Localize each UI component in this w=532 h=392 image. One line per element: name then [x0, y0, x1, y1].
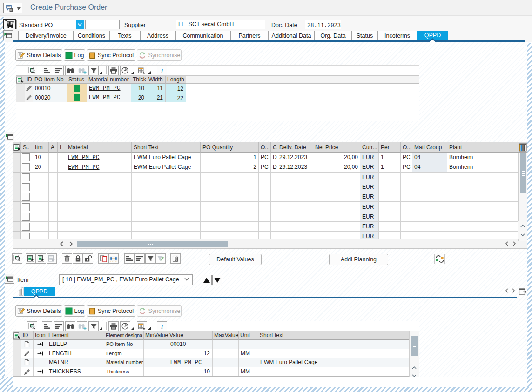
svg-text:i: i [161, 323, 163, 330]
svg-text:i: i [161, 67, 163, 74]
